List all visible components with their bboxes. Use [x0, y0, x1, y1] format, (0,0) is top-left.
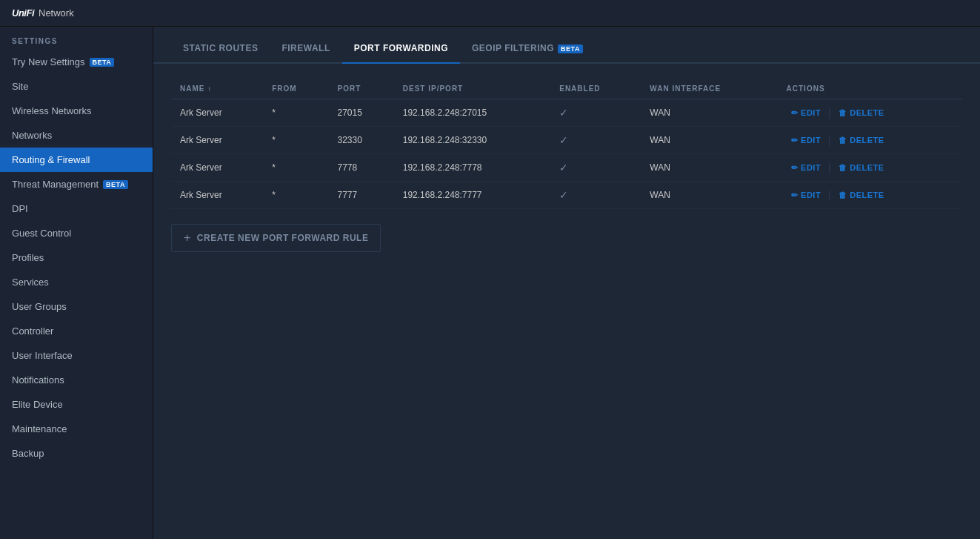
content-area: Static RoutesFirewallPort ForwardingGeoI…: [153, 27, 980, 539]
check-icon: ✓: [559, 134, 568, 146]
cell-actions: ✏EDIT|🗑DELETE: [778, 182, 962, 209]
trash-icon: 🗑: [839, 191, 847, 199]
port-forward-table: NAME↑FROMPORTDEST IP/PORTENABLEDWAN INTE…: [171, 79, 962, 209]
delete-label: DELETE: [850, 191, 884, 199]
col-from: FROM: [263, 79, 328, 99]
col-port: PORT: [329, 79, 394, 99]
delete-button[interactable]: 🗑DELETE: [834, 108, 889, 117]
sidebar-item-label: Guest Control: [12, 228, 71, 239]
edit-label: EDIT: [801, 108, 821, 117]
cell-wan-interface: WAN: [641, 154, 777, 182]
cell-wan-interface: WAN: [641, 99, 777, 127]
col-enabled: ENABLED: [550, 79, 641, 99]
col-dest-ip-port: DEST IP/PORT: [394, 79, 550, 99]
delete-label: DELETE: [850, 108, 884, 117]
edit-button[interactable]: ✏EDIT: [787, 191, 826, 200]
sidebar-item-threat-management[interactable]: Threat ManagementBETA: [0, 172, 153, 196]
delete-label: DELETE: [850, 136, 884, 145]
trash-icon: 🗑: [839, 163, 847, 172]
check-icon: ✓: [559, 189, 568, 201]
check-icon: ✓: [559, 107, 568, 119]
cell-dest-ip-port: 192.168.2.248:32330: [394, 127, 550, 154]
cell-port: 27015: [329, 99, 394, 127]
cell-from: *: [263, 127, 328, 154]
edit-button[interactable]: ✏EDIT: [787, 136, 826, 145]
sidebar-item-backup[interactable]: Backup: [0, 441, 153, 466]
plus-icon: +: [184, 231, 191, 245]
edit-label: EDIT: [801, 136, 821, 145]
sidebar-item-label: User Groups: [12, 301, 67, 312]
col-name[interactable]: NAME↑: [171, 79, 263, 99]
sidebar-item-site[interactable]: Site: [0, 74, 153, 99]
edit-icon: ✏: [791, 191, 799, 200]
main-layout: SETTINGS Try New SettingsBETASiteWireles…: [0, 27, 980, 539]
sidebar-item-label: Maintenance: [12, 423, 67, 434]
settings-section-header: SETTINGS: [0, 27, 153, 50]
create-port-forward-button[interactable]: + CREATE NEW PORT FORWARD RULE: [171, 224, 381, 252]
cell-name: Ark Server: [171, 154, 263, 182]
action-separator: |: [828, 162, 831, 173]
check-icon: ✓: [559, 162, 568, 173]
edit-label: EDIT: [801, 191, 821, 199]
cell-enabled: ✓: [550, 154, 641, 182]
sidebar-item-elite-device[interactable]: Elite Device: [0, 392, 153, 417]
sidebar-item-label: Backup: [12, 448, 44, 459]
tab-geoip-filtering[interactable]: GeoIP FilteringBETA: [460, 34, 595, 64]
sidebar-item-label: Wireless Networks: [12, 105, 92, 116]
topbar: UniFi Network: [0, 0, 980, 27]
edit-icon: ✏: [791, 163, 799, 173]
delete-button[interactable]: 🗑DELETE: [834, 163, 889, 172]
table-row: Ark Server*32330192.168.2.248:32330✓WAN✏…: [171, 127, 962, 154]
sidebar-item-notifications[interactable]: Notifications: [0, 368, 153, 392]
sidebar-item-label: Try New Settings: [12, 56, 85, 67]
sidebar-item-networks[interactable]: Networks: [0, 123, 153, 148]
edit-button[interactable]: ✏EDIT: [787, 163, 826, 173]
sidebar-item-label: Site: [12, 81, 28, 92]
cell-name: Ark Server: [171, 99, 263, 127]
table-area: NAME↑FROMPORTDEST IP/PORTENABLEDWAN INTE…: [153, 64, 980, 539]
header-row: NAME↑FROMPORTDEST IP/PORTENABLEDWAN INTE…: [171, 79, 962, 99]
cell-name: Ark Server: [171, 182, 263, 209]
sidebar-item-maintenance[interactable]: Maintenance: [0, 417, 153, 441]
delete-label: DELETE: [850, 163, 884, 172]
col-wan-interface: WAN INTERFACE: [641, 79, 777, 99]
trash-icon: 🗑: [839, 136, 847, 145]
table-row: Ark Server*7778192.168.2.248:7778✓WAN✏ED…: [171, 154, 962, 182]
sidebar-item-controller[interactable]: Controller: [0, 319, 153, 343]
tab-firewall[interactable]: Firewall: [270, 34, 341, 64]
tab-port-forwarding[interactable]: Port Forwarding: [342, 34, 460, 64]
col-actions: ACTIONS: [778, 79, 962, 99]
cell-dest-ip-port: 192.168.2.248:7777: [394, 182, 550, 209]
edit-label: EDIT: [801, 163, 821, 172]
sidebar-item-routing-firewall[interactable]: Routing & Firewall: [0, 148, 153, 172]
cell-dest-ip-port: 192.168.2.248:27015: [394, 99, 550, 127]
actions-cell: ✏EDIT|🗑DELETE: [787, 107, 953, 119]
cell-wan-interface: WAN: [641, 127, 777, 154]
sidebar-item-label: Threat Management: [12, 179, 99, 190]
logo: UniFi Network: [12, 7, 74, 19]
tab-static-routes[interactable]: Static Routes: [171, 34, 270, 64]
sidebar-item-user-interface[interactable]: User Interface: [0, 343, 153, 368]
cell-port: 7778: [329, 154, 394, 182]
sidebar-item-label: Services: [12, 277, 49, 288]
sidebar-item-profiles[interactable]: Profiles: [0, 245, 153, 270]
sidebar-item-label: DPI: [12, 203, 28, 214]
cell-from: *: [263, 182, 328, 209]
delete-button[interactable]: 🗑DELETE: [834, 191, 889, 199]
sidebar-item-wireless-networks[interactable]: Wireless Networks: [0, 99, 153, 123]
sidebar-item-try-new-settings[interactable]: Try New SettingsBETA: [0, 50, 153, 74]
sidebar-item-dpi[interactable]: DPI: [0, 196, 153, 221]
sidebar-item-label: Routing & Firewall: [12, 154, 90, 165]
sidebar-item-guest-control[interactable]: Guest Control: [0, 221, 153, 245]
tabbar: Static RoutesFirewallPort ForwardingGeoI…: [153, 27, 980, 64]
cell-actions: ✏EDIT|🗑DELETE: [778, 127, 962, 154]
edit-button[interactable]: ✏EDIT: [787, 108, 826, 118]
sidebar-item-label: Profiles: [12, 252, 44, 263]
sidebar-item-label: Controller: [12, 325, 53, 337]
logo-text: Network: [39, 7, 74, 19]
delete-button[interactable]: 🗑DELETE: [834, 136, 889, 145]
sidebar-item-services[interactable]: Services: [0, 270, 153, 294]
cell-from: *: [263, 99, 328, 127]
sidebar: SETTINGS Try New SettingsBETASiteWireles…: [0, 27, 153, 539]
sidebar-item-user-groups[interactable]: User Groups: [0, 294, 153, 319]
